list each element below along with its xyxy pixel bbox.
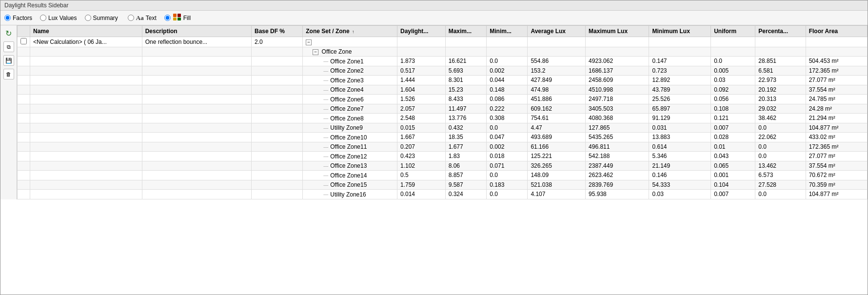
zone-avg-lux: 474.98 xyxy=(528,85,586,95)
view-mode-group: Factors Lux Values Summary xyxy=(4,15,118,21)
header-checkbox xyxy=(18,26,30,37)
svg-rect-0 xyxy=(173,14,177,17)
zone-zoneset-cell: — Office Zone10 xyxy=(303,133,397,142)
zone-zoneset-cell: — Office Zone2 xyxy=(303,66,397,76)
header-description[interactable]: Description xyxy=(142,26,251,37)
zone-name: Office Zone1 xyxy=(330,58,363,65)
zone-basedf-cell xyxy=(252,95,303,104)
zone-floor-area: 433.02 m² xyxy=(806,133,867,142)
header-base-df[interactable]: Base DF % xyxy=(252,26,303,37)
zone-percent: 6.573 xyxy=(755,171,806,180)
header-min-lux[interactable]: Minimum Lux xyxy=(649,26,711,37)
radio-lux[interactable]: Lux Values xyxy=(40,15,77,21)
radio-text[interactable]: Aa Text xyxy=(128,14,157,22)
radio-fill[interactable]: Fill xyxy=(164,13,191,22)
header-maximum[interactable]: Maxim... xyxy=(445,26,487,37)
header-name[interactable]: Name xyxy=(30,26,142,37)
calc-expand-icon[interactable]: − xyxy=(306,39,312,45)
tree-line-icon: — xyxy=(323,125,328,131)
header-percent[interactable]: Percenta... xyxy=(755,26,806,37)
office-zone-expand-icon[interactable]: − xyxy=(313,49,318,55)
zone-zoneset-cell: — Utility Zone16 xyxy=(303,190,397,199)
zone-basedf-cell xyxy=(252,57,303,66)
calc-name-cell: <New Calculation> ( 06 Ja... xyxy=(30,37,142,47)
fill-icon xyxy=(173,13,181,22)
calc-description: One reflection bounce... xyxy=(145,39,207,45)
zone-daylight: 1.604 xyxy=(397,85,446,95)
tree-line-icon: — xyxy=(323,163,328,169)
zone-max: 1.83 xyxy=(445,152,487,161)
zone-min-lux: 91.129 xyxy=(649,114,711,123)
zone-percent: 29.032 xyxy=(755,104,806,114)
copy-button[interactable]: ⧉ xyxy=(3,41,14,52)
zone-uniform: 0.005 xyxy=(711,66,755,76)
zone-zoneset-cell: — Office Zone12 xyxy=(303,152,397,161)
zone-min: 0.047 xyxy=(487,133,528,142)
zone-uniform: 0.01 xyxy=(711,142,755,152)
zone-name-cell xyxy=(30,95,142,104)
radio-lux-label: Lux Values xyxy=(48,15,77,21)
header-max-lux[interactable]: Maximum Lux xyxy=(586,26,649,37)
radio-summary-label: Summary xyxy=(93,15,118,21)
header-floor-area[interactable]: Floor Area xyxy=(806,26,867,37)
radio-summary[interactable]: Summary xyxy=(85,15,118,21)
zone-min-lux: 0.723 xyxy=(649,66,711,76)
zone-avg-lux: 148.09 xyxy=(528,171,586,180)
zone-avg-lux: 521.038 xyxy=(528,180,586,190)
zone-floor-area: 24.28 m² xyxy=(806,104,867,114)
zone-zoneset-cell: — Office Zone4 xyxy=(303,85,397,95)
zone-name: Office Zone6 xyxy=(330,96,363,103)
calc-checkbox[interactable] xyxy=(20,38,27,44)
zone-floor-area: 104.877 m² xyxy=(806,123,867,133)
zone-max: 0.432 xyxy=(445,123,487,133)
zone-name: Office Zone12 xyxy=(330,153,367,160)
zone-percent: 20.192 xyxy=(755,85,806,95)
zone-desc-cell xyxy=(142,95,251,104)
zone-uniform: 0.007 xyxy=(711,190,755,199)
zone-daylight: 0.207 xyxy=(397,142,446,152)
table-row: — Office Zone15 1.759 9.587 0.183 521.03… xyxy=(18,180,868,190)
table-header-row: Name Description Base DF % Zone Set / Zo… xyxy=(18,26,868,37)
title-bar: Daylight Results Sidebar xyxy=(0,0,868,11)
zone-checkbox-cell xyxy=(18,95,30,104)
text-icon: Aa xyxy=(136,14,144,22)
zone-checkbox-cell xyxy=(18,76,30,85)
zone-daylight: 0.014 xyxy=(397,190,446,199)
zone-zoneset-cell: — Office Zone6 xyxy=(303,95,397,104)
header-uniform[interactable]: Uniform xyxy=(711,26,755,37)
zone-name: Office Zone8 xyxy=(330,115,363,122)
zone-percent: 27.528 xyxy=(755,180,806,190)
zone-min: 0.086 xyxy=(487,95,528,104)
office-zone-group-name: Office Zone xyxy=(322,48,352,55)
zone-max: 8.857 xyxy=(445,171,487,180)
calc-checkbox-cell xyxy=(18,37,30,47)
zone-desc-cell xyxy=(142,161,251,171)
zone-desc-cell xyxy=(142,152,251,161)
tree-line-icon: — xyxy=(323,78,328,83)
zone-basedf-cell xyxy=(252,85,303,95)
zone-desc-cell xyxy=(142,142,251,152)
calc-basedf-cell: 2.0 xyxy=(252,37,303,47)
zone-uniform: 0.056 xyxy=(711,95,755,104)
zone-uniform: 0.092 xyxy=(711,85,755,95)
zone-min: 0.0 xyxy=(487,190,528,199)
zone-min: 0.0 xyxy=(487,123,528,133)
zone-max-lux: 2458.609 xyxy=(586,76,649,85)
zone-daylight: 0.517 xyxy=(397,66,446,76)
header-zone-set[interactable]: Zone Set / Zone ↑ xyxy=(303,26,397,37)
zone-percent: 0.0 xyxy=(755,142,806,152)
radio-factors[interactable]: Factors xyxy=(4,15,32,21)
zone-name: Office Zone10 xyxy=(330,134,367,141)
zone-name-cell xyxy=(30,133,142,142)
refresh-button[interactable]: ↻ xyxy=(3,28,14,39)
zone-checkbox-cell xyxy=(18,171,30,180)
zone-basedf-cell xyxy=(252,152,303,161)
header-avg-lux[interactable]: Average Lux xyxy=(528,26,586,37)
delete-button[interactable]: 🗑 xyxy=(3,69,14,79)
zone-avg-lux: 153.2 xyxy=(528,66,586,76)
zone-min-lux: 43.789 xyxy=(649,85,711,95)
header-daylight[interactable]: Daylight... xyxy=(397,26,446,37)
save-button[interactable]: 💾 xyxy=(3,55,14,66)
header-minimum[interactable]: Minim... xyxy=(487,26,528,37)
zone-name-cell xyxy=(30,180,142,190)
